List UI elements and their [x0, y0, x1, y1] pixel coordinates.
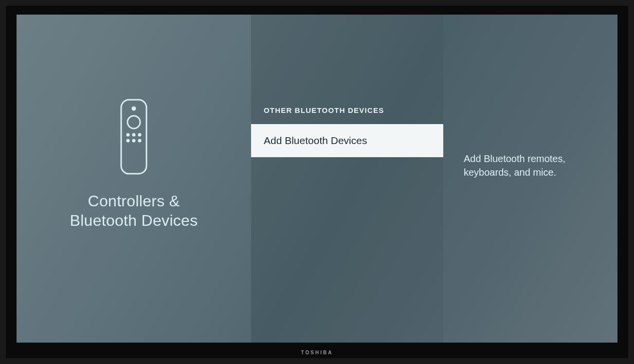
- category-title-line2: Bluetooth Devices: [70, 212, 198, 229]
- svg-point-1: [132, 107, 136, 111]
- svg-point-6: [127, 139, 130, 143]
- options-panel: OTHER BLUETOOTH DEVICES Add Bluetooth De…: [251, 15, 443, 343]
- category-title: Controllers & Bluetooth Devices: [70, 191, 198, 230]
- svg-point-4: [132, 133, 136, 137]
- svg-point-5: [138, 133, 142, 137]
- options-header: OTHER BLUETOOTH DEVICES: [251, 106, 443, 124]
- svg-point-2: [127, 116, 140, 128]
- remote-control-icon: [118, 98, 149, 178]
- tv-frame: Controllers & Bluetooth Devices OTHER BL…: [0, 0, 634, 364]
- option-description: Add Bluetooth remotes, keyboards, and mi…: [464, 152, 603, 179]
- tv-brand-label: TOSHIBA: [301, 350, 333, 355]
- svg-point-8: [138, 139, 142, 143]
- menu-item-label: Add Bluetooth Devices: [264, 135, 367, 146]
- settings-screen: Controllers & Bluetooth Devices OTHER BL…: [17, 15, 617, 343]
- svg-point-7: [132, 139, 136, 143]
- category-title-line1: Controllers &: [88, 192, 180, 210]
- svg-rect-0: [121, 100, 146, 174]
- svg-point-3: [127, 133, 130, 137]
- description-panel: Add Bluetooth remotes, keyboards, and mi…: [443, 15, 617, 343]
- category-panel: Controllers & Bluetooth Devices: [17, 15, 251, 343]
- add-bluetooth-devices-item[interactable]: Add Bluetooth Devices: [251, 124, 443, 157]
